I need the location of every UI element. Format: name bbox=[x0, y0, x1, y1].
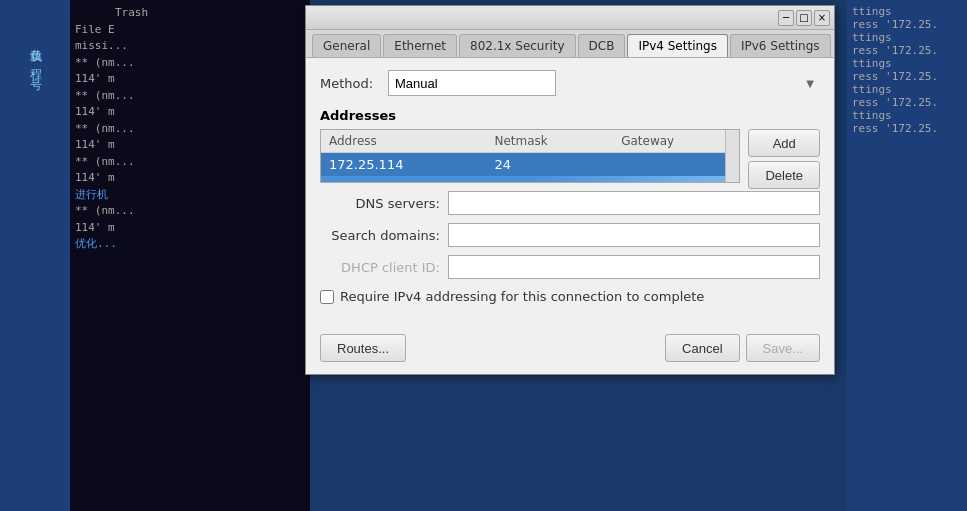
add-button[interactable]: Add bbox=[748, 129, 820, 157]
tab-ipv6[interactable]: IPv6 Settings bbox=[730, 34, 831, 57]
dns-field: DNS servers: bbox=[320, 191, 820, 215]
dialog-footer: Routes... Cancel Save... bbox=[306, 326, 834, 374]
sidebar: 负载 程 号 bbox=[0, 0, 70, 511]
delete-button[interactable]: Delete bbox=[748, 161, 820, 189]
checkbox-row: Require IPv4 addressing for this connect… bbox=[320, 289, 820, 304]
terminal-line: ** (nm... bbox=[75, 203, 305, 220]
method-select-wrapper: Manual Automatic (DHCP) Link-Local Only … bbox=[388, 70, 820, 96]
right-line: ress '172.25. bbox=[852, 96, 962, 109]
tab-ethernet[interactable]: Ethernet bbox=[383, 34, 457, 57]
dialog-overlay: ─ □ × General Ethernet 802.1x Security D… bbox=[300, 0, 840, 511]
dhcp-input[interactable] bbox=[448, 255, 820, 279]
right-line: ttings bbox=[852, 5, 962, 18]
terminal-line: ** (nm... bbox=[75, 121, 305, 138]
terminal-line: ** (nm... bbox=[75, 154, 305, 171]
terminal-line: missi... bbox=[75, 38, 305, 55]
search-field: Search domains: bbox=[320, 223, 820, 247]
dns-label: DNS servers: bbox=[320, 196, 440, 211]
search-label: Search domains: bbox=[320, 228, 440, 243]
addresses-table-col: Address Netmask Gateway 172.25.114 24 bbox=[320, 129, 740, 191]
cancel-button[interactable]: Cancel bbox=[665, 334, 739, 362]
tab-8021x[interactable]: 802.1x Security bbox=[459, 34, 576, 57]
footer-right-buttons: Cancel Save... bbox=[665, 334, 820, 362]
right-line: ress '172.25. bbox=[852, 18, 962, 31]
address-table-wrapper: Address Netmask Gateway 172.25.114 24 bbox=[320, 129, 740, 183]
col-netmask: Netmask bbox=[486, 130, 613, 153]
table-row-indicator bbox=[321, 176, 739, 182]
method-label: Method: bbox=[320, 76, 380, 91]
selection-indicator bbox=[321, 176, 739, 182]
terminal-line: 114' m bbox=[75, 137, 305, 154]
right-panel-content: ttings ress '172.25. ttings ress '172.25… bbox=[852, 5, 962, 135]
dhcp-field: DHCP client ID: bbox=[320, 255, 820, 279]
terminal-line: 114' m bbox=[75, 170, 305, 187]
routes-button[interactable]: Routes... bbox=[320, 334, 406, 362]
terminal-line: 114' m bbox=[75, 104, 305, 121]
right-line: ttings bbox=[852, 31, 962, 44]
save-button[interactable]: Save... bbox=[746, 334, 820, 362]
table-scrollbar[interactable] bbox=[725, 130, 739, 182]
right-line: ttings bbox=[852, 83, 962, 96]
terminal-line: Trash bbox=[75, 5, 305, 22]
right-line: ttings bbox=[852, 57, 962, 70]
close-button[interactable]: × bbox=[814, 10, 830, 26]
action-buttons: Add Delete bbox=[748, 129, 820, 189]
cell-netmask: 24 bbox=[486, 153, 613, 177]
cell-gateway bbox=[613, 153, 739, 177]
right-line: ress '172.25. bbox=[852, 44, 962, 57]
terminal-area: Trash File E missi... ** (nm... 114' m *… bbox=[70, 0, 310, 511]
dhcp-label: DHCP client ID: bbox=[320, 260, 440, 275]
right-panel: ttings ress '172.25. ttings ress '172.25… bbox=[847, 0, 967, 511]
dns-input[interactable] bbox=[448, 191, 820, 215]
method-row: Method: Manual Automatic (DHCP) Link-Loc… bbox=[320, 70, 820, 96]
table-row[interactable]: 172.25.114 24 bbox=[321, 153, 739, 177]
method-select[interactable]: Manual Automatic (DHCP) Link-Local Only … bbox=[388, 70, 556, 96]
terminal-line: 优化... bbox=[75, 236, 305, 253]
col-address: Address bbox=[321, 130, 486, 153]
maximize-button[interactable]: □ bbox=[796, 10, 812, 26]
addresses-row: Address Netmask Gateway 172.25.114 24 bbox=[320, 129, 820, 191]
terminal-line: File E bbox=[75, 22, 305, 39]
addresses-section-label: Addresses bbox=[320, 108, 820, 123]
require-ipv4-checkbox[interactable] bbox=[320, 290, 334, 304]
terminal-line: ** (nm... bbox=[75, 55, 305, 72]
right-line: ress '172.25. bbox=[852, 122, 962, 135]
require-ipv4-label: Require IPv4 addressing for this connect… bbox=[340, 289, 704, 304]
terminal-line: 114' m bbox=[75, 71, 305, 88]
right-line: ttings bbox=[852, 109, 962, 122]
dialog-titlebar: ─ □ × bbox=[306, 6, 834, 30]
tab-ipv4[interactable]: IPv4 Settings bbox=[627, 34, 728, 57]
terminal-line: 114' m bbox=[75, 220, 305, 237]
tab-dcb[interactable]: DCB bbox=[578, 34, 626, 57]
table-header-row: Address Netmask Gateway bbox=[321, 130, 739, 153]
cell-address: 172.25.114 bbox=[321, 153, 486, 177]
search-input[interactable] bbox=[448, 223, 820, 247]
address-table: Address Netmask Gateway 172.25.114 24 bbox=[321, 130, 739, 182]
tab-bar: General Ethernet 802.1x Security DCB IPv… bbox=[306, 30, 834, 58]
minimize-button[interactable]: ─ bbox=[778, 10, 794, 26]
tab-general[interactable]: General bbox=[312, 34, 381, 57]
right-line: ress '172.25. bbox=[852, 70, 962, 83]
col-gateway: Gateway bbox=[613, 130, 739, 153]
terminal-line: 进行机 bbox=[75, 187, 305, 204]
dialog-body: Method: Manual Automatic (DHCP) Link-Loc… bbox=[306, 58, 834, 326]
network-settings-dialog: ─ □ × General Ethernet 802.1x Security D… bbox=[305, 5, 835, 375]
terminal-line: ** (nm... bbox=[75, 88, 305, 105]
